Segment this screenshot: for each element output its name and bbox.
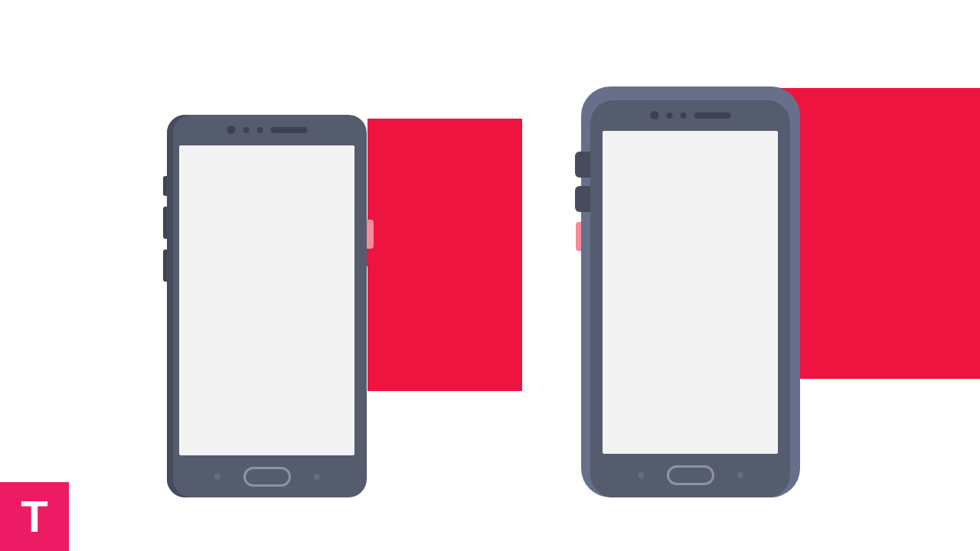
nav-recent-icon — [314, 474, 320, 480]
phone-screen — [603, 131, 778, 454]
decorative-shape-icon — [368, 119, 522, 391]
phone-sensor-bar-icon — [650, 111, 730, 119]
speaker-slot-icon — [694, 112, 730, 119]
sensor-dot-icon — [243, 127, 249, 133]
nav-back-icon — [214, 474, 220, 480]
phone-nav-bar-icon — [638, 465, 743, 485]
illustration-right — [560, 86, 980, 497]
phone-screen — [179, 145, 354, 455]
home-button-icon — [667, 465, 714, 485]
sensor-dot-icon — [666, 112, 672, 119]
phone-side-buttons-icon — [163, 176, 167, 292]
nav-recent-icon — [737, 472, 743, 478]
camera-dot-icon — [650, 111, 658, 119]
smartphone-icon — [167, 115, 367, 497]
home-button-icon — [243, 467, 291, 487]
sensor-dot-icon — [256, 127, 263, 133]
nav-back-icon — [638, 472, 644, 478]
sensor-dot-icon — [680, 112, 686, 119]
speaker-slot-icon — [270, 127, 307, 133]
decorative-notch-icon — [965, 206, 980, 236]
illustration-left — [167, 115, 527, 497]
letter-t-icon: T — [21, 494, 47, 539]
camera-dot-icon — [227, 126, 235, 134]
phone-nav-bar-icon — [214, 467, 320, 487]
phone-sensor-bar-icon — [227, 126, 307, 134]
smartphone-in-case-icon — [590, 100, 790, 497]
brand-badge: T — [0, 482, 69, 551]
